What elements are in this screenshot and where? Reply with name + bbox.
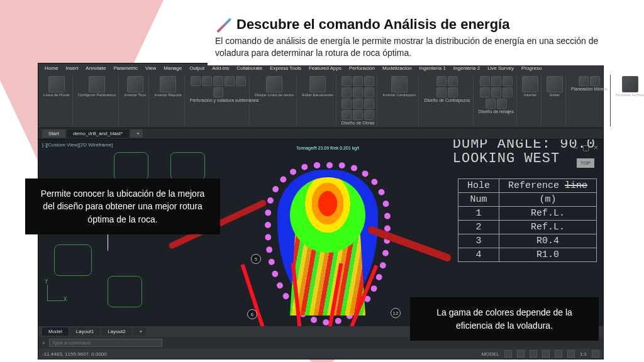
menu-item[interactable]: Annotate (83, 65, 108, 72)
tab-file[interactable]: demo_drill_and_blast* (67, 129, 129, 138)
tool-icon[interactable] (448, 76, 458, 86)
tool-icon[interactable] (353, 110, 363, 120)
tab-layout2[interactable]: Layout2 (101, 327, 131, 336)
tool-icon[interactable] (191, 76, 201, 86)
menu-item[interactable]: Ingeniería 2 (451, 65, 482, 72)
tab-start[interactable]: Start (42, 129, 65, 138)
section-outline (114, 152, 148, 180)
table-row: 3R0.4 (458, 234, 596, 248)
menu-item[interactable]: Collaborate (234, 65, 265, 72)
menu-item[interactable]: Modelización (380, 65, 414, 72)
menu-item[interactable]: Home (42, 65, 60, 72)
pivot-line-icon[interactable] (48, 76, 65, 92)
menu-item[interactable]: Manage (161, 65, 184, 72)
tool-icon[interactable] (364, 76, 374, 86)
tool-icon[interactable] (213, 76, 223, 86)
menu-item[interactable]: Featured Apps (306, 65, 344, 72)
insert-contrapozo-icon[interactable] (391, 76, 408, 92)
tool-icon[interactable] (353, 99, 363, 109)
ribbon-group-label: Diseño de Obras (341, 121, 375, 125)
process-file-icon[interactable] (622, 76, 638, 92)
tool-icon[interactable] (502, 76, 513, 86)
command-input[interactable] (49, 339, 162, 347)
isoplane-icon[interactable] (567, 350, 575, 358)
ribbon-group-label: Diseño de Contrapozos (424, 98, 470, 102)
tool-icon[interactable] (579, 76, 589, 86)
menu-item[interactable]: Progreso (519, 65, 544, 72)
menu-item[interactable]: View (143, 65, 158, 72)
tab-model[interactable]: Model (42, 327, 69, 336)
tool-icon[interactable] (436, 87, 447, 97)
tool-icon[interactable] (353, 76, 363, 86)
ribbon-label: Editar Elevaciones (302, 93, 333, 97)
tool-icon[interactable] (436, 76, 447, 86)
section-outline (170, 152, 205, 180)
draw-centerline-icon[interactable] (266, 76, 282, 92)
page-title-text: Descubre el comando Análisis de energía (236, 16, 509, 33)
ribbon-label: Configurar Parámetros (78, 93, 116, 97)
tool-icon[interactable] (341, 87, 352, 97)
callout-left: Permite conocer la ubicación de la mejor… (25, 178, 220, 234)
tool-icon[interactable] (480, 87, 490, 97)
doc-tabs: Start demo_drill_and_blast* + (38, 128, 603, 140)
tool-icon[interactable] (364, 87, 374, 97)
tool-icon[interactable] (202, 76, 212, 86)
polar-toggle-icon[interactable] (542, 350, 550, 358)
insertar-icon[interactable] (522, 76, 538, 92)
tab-add-layout-icon[interactable]: + (133, 327, 146, 336)
ortho-toggle-icon[interactable] (530, 350, 537, 358)
insert-report-icon[interactable] (160, 76, 176, 92)
menu-item[interactable]: Ingeniería 1 (417, 65, 448, 72)
page-title: Descubre el comando Análisis de energía (215, 16, 621, 33)
tool-icon[interactable] (225, 76, 235, 86)
osnap-toggle-icon[interactable] (555, 350, 562, 358)
gear-icon[interactable] (592, 350, 599, 358)
menu-item[interactable]: Live Survey (485, 65, 516, 72)
tool-icon[interactable] (480, 76, 490, 86)
insert-shots-icon[interactable] (127, 76, 143, 92)
tool-icon[interactable] (353, 87, 363, 97)
ribbon-label: Insertar (524, 93, 536, 97)
tool-icon[interactable] (491, 87, 501, 97)
grid-toggle-icon[interactable] (504, 350, 512, 358)
snap-toggle-icon[interactable] (517, 350, 525, 358)
menu-item[interactable]: Output (187, 65, 207, 72)
menu-item[interactable]: Parametric (111, 65, 140, 72)
tool-icon[interactable] (341, 110, 352, 120)
table-row: 4R1.0 (458, 248, 596, 262)
tool-icon[interactable] (236, 76, 246, 86)
tool-icon[interactable] (364, 99, 374, 109)
mode-badge[interactable]: MODEL (481, 351, 499, 357)
menu-item[interactable]: Add-ins (209, 65, 231, 72)
page-subtitle: El comando de análisis de energía le per… (215, 35, 621, 59)
th-hole: Hole (458, 179, 499, 193)
tool-icon[interactable] (341, 99, 352, 109)
ribbon-label: Editar (550, 93, 560, 97)
tool-icon[interactable] (486, 99, 496, 109)
scale-readout[interactable]: 1:1 (580, 351, 587, 357)
tool-icon[interactable] (502, 87, 513, 97)
ribbon-label: Procesar Archivo (616, 93, 644, 97)
menu-item[interactable]: Insert (63, 65, 80, 72)
callout-right-text: La gama de colores depende de la eficien… (436, 307, 572, 330)
editar-icon[interactable] (547, 76, 563, 92)
tool-icon[interactable] (491, 76, 501, 86)
tool-icon[interactable] (364, 110, 374, 120)
tool-icon[interactable] (213, 87, 223, 97)
table-row: 1Ref.L. (458, 207, 596, 221)
ribbon: Línea de Pivote Configurar Parámetros In… (38, 73, 603, 128)
config-params-icon[interactable] (89, 76, 105, 92)
tab-add-icon[interactable]: + (130, 129, 143, 138)
edit-elev-icon[interactable] (309, 76, 326, 92)
ribbon-group-label: Planeación Minera (571, 87, 608, 91)
menu-item[interactable]: Express Tools (267, 65, 304, 72)
ribbon-group-label: Perforación y voladura subterránea (190, 98, 247, 102)
ribbon-label: Insertar Tiros (124, 93, 146, 97)
tool-icon[interactable] (497, 99, 507, 109)
tool-icon[interactable] (590, 76, 600, 86)
tab-layout1[interactable]: Layout1 (70, 327, 100, 336)
tool-icon[interactable] (341, 76, 352, 86)
hole-number-badge: 5 (251, 254, 261, 264)
menu-item[interactable]: Perforación (347, 65, 377, 72)
tool-icon[interactable] (448, 87, 458, 97)
